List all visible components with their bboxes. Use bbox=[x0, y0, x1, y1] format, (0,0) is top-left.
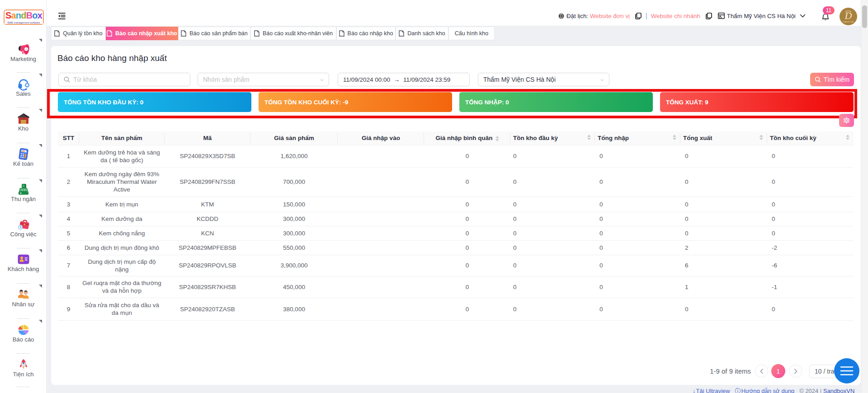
svg-text:THẨM MỸ VIỆN: THẨM MỸ VIỆN bbox=[843, 21, 854, 23]
